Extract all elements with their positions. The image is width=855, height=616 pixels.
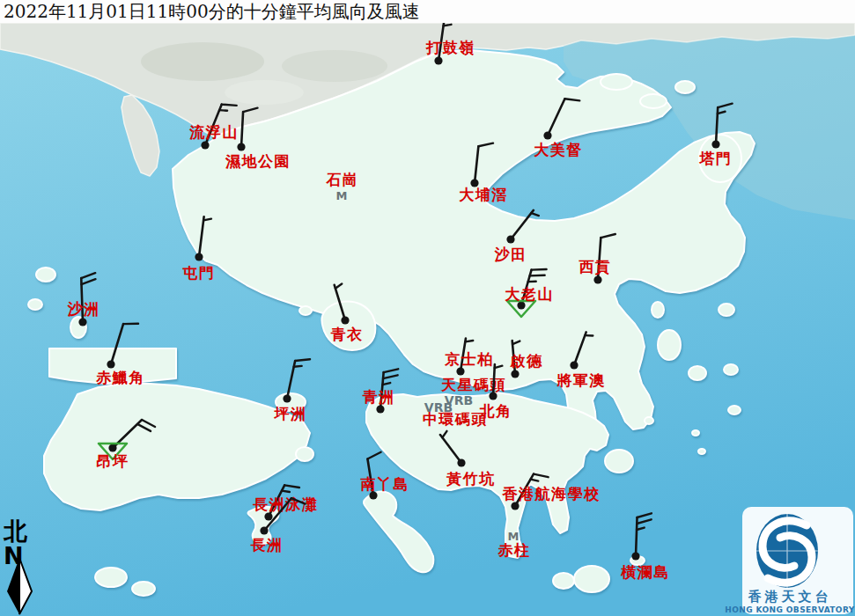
island-kau-sai-chau xyxy=(658,330,681,360)
hko-name-english: HONG KONG OBSERVATORY xyxy=(725,605,854,614)
station-dot[interactable] xyxy=(237,143,245,150)
island xyxy=(28,299,42,310)
station-dot[interactable] xyxy=(78,318,86,326)
shenzhen-urban-texture xyxy=(141,42,264,81)
station-label[interactable]: 大美督 xyxy=(534,141,583,158)
wind-barb-half-tick xyxy=(203,219,211,221)
station-dot[interactable] xyxy=(195,253,203,260)
island-soko xyxy=(95,568,127,587)
station-dot[interactable] xyxy=(283,394,291,402)
station-label[interactable]: 橫瀾島 xyxy=(620,563,670,581)
island xyxy=(698,449,705,454)
station-dot[interactable] xyxy=(341,316,349,324)
station-dot[interactable] xyxy=(456,367,464,375)
island xyxy=(640,94,667,108)
station-label[interactable]: 沙田 xyxy=(494,246,527,263)
station-label[interactable]: 大老山 xyxy=(505,285,554,303)
station-label[interactable]: 西貢 xyxy=(579,258,612,275)
island-tung-lung xyxy=(605,450,633,473)
station-label[interactable]: 青洲 xyxy=(363,388,395,406)
island-ma-wan xyxy=(299,306,312,315)
station-label[interactable]: 南丫島 xyxy=(360,475,409,493)
station-dot[interactable] xyxy=(107,360,114,368)
station-dot[interactable] xyxy=(506,235,514,243)
station-label[interactable]: 打鼓嶺 xyxy=(425,39,475,56)
station-label[interactable]: 赤鱲角 xyxy=(95,369,145,386)
island xyxy=(689,366,706,380)
shenzhen-urban-texture xyxy=(282,50,387,82)
wind-barb-half-tick xyxy=(219,110,227,111)
station-label[interactable]: 沙洲 xyxy=(67,300,100,318)
wind-barb-half-tick xyxy=(465,341,473,341)
missing-data-indicator: M xyxy=(336,189,348,202)
map-title: 2022年11月01日11時00分的十分鐘平均風向及風速 xyxy=(4,1,420,22)
station-dot[interactable] xyxy=(457,458,465,466)
wind-barb-half-tick xyxy=(444,25,452,26)
island xyxy=(719,304,734,316)
station-dot[interactable] xyxy=(570,361,578,369)
station-dot[interactable] xyxy=(264,512,272,520)
station-label[interactable]: 黃竹坑 xyxy=(446,470,496,488)
station-label[interactable]: 塔門 xyxy=(699,150,733,167)
hko-name-chinese: 香港天文台 xyxy=(748,589,832,605)
station-label[interactable]: 石崗 xyxy=(326,171,359,188)
island xyxy=(675,81,695,93)
wind-barb-full-tick xyxy=(530,275,545,276)
wind-barb-half-tick xyxy=(294,366,302,367)
wind-map-page: 打鼓嶺流浮山濕地公園M石崗大美督塔門大埔滘沙田西貢沙洲屯門大老山青衣赤鱲角京士柏… xyxy=(0,0,855,616)
wind-barb-full-tick xyxy=(532,269,547,270)
station-dot[interactable] xyxy=(376,405,384,413)
station-dot[interactable] xyxy=(543,131,551,139)
island xyxy=(724,364,738,375)
island xyxy=(645,417,653,424)
wind-barb-half-tick xyxy=(282,491,290,492)
island xyxy=(296,447,313,461)
station-label[interactable]: 天星碼頭 xyxy=(440,376,506,393)
hk-wind-map: 打鼓嶺流浮山濕地公園M石崗大美督塔門大埔滘沙田西貢沙洲屯門大老山青衣赤鱲角京士柏… xyxy=(0,0,855,616)
island xyxy=(728,406,741,414)
island xyxy=(601,74,632,90)
station-label[interactable]: 中環碼頭 xyxy=(423,410,488,428)
station-label[interactable]: 昂坪 xyxy=(97,452,129,470)
station-dot[interactable] xyxy=(108,444,116,451)
island xyxy=(692,430,699,436)
station-label[interactable]: 將軍澳 xyxy=(556,371,606,389)
station-label[interactable]: 青衣 xyxy=(331,326,364,343)
station-dot[interactable] xyxy=(201,141,209,149)
station-dot[interactable] xyxy=(434,56,442,64)
station-label[interactable]: 濕地公園 xyxy=(225,152,291,170)
shenzhen-urban-texture xyxy=(225,80,304,105)
wind-barb-full-tick xyxy=(222,105,237,106)
station-dot[interactable] xyxy=(511,502,519,510)
station-label[interactable]: 大埔滘 xyxy=(459,186,508,203)
station-label[interactable]: 坪洲 xyxy=(274,405,307,422)
island xyxy=(652,302,664,318)
station-dot[interactable] xyxy=(631,552,639,560)
station-label[interactable]: 屯門 xyxy=(182,264,216,282)
island-lung-kwu-chau xyxy=(36,268,55,282)
station-label[interactable]: 長洲 xyxy=(251,536,284,554)
station-dot[interactable] xyxy=(489,392,497,400)
title-bar: 2022年11月01日11時00分的十分鐘平均風向及風速 xyxy=(0,0,855,23)
north-label-chinese: 北 xyxy=(3,517,27,545)
island-soko xyxy=(132,582,155,596)
island xyxy=(553,573,574,589)
station-dot[interactable] xyxy=(593,275,601,283)
station-label[interactable]: 京士柏 xyxy=(444,350,494,368)
hko-logo: 香港天文台 HONG KONG OBSERVATORY xyxy=(725,507,854,614)
station-dot[interactable] xyxy=(511,370,519,378)
station-label[interactable]: 赤柱 xyxy=(498,541,531,559)
station-dot[interactable] xyxy=(260,526,268,534)
island-po-toi xyxy=(574,566,609,592)
station-dot[interactable] xyxy=(711,140,719,148)
station-label[interactable]: 香港航海學校 xyxy=(502,485,601,502)
station-label[interactable]: 流浮山 xyxy=(188,123,239,141)
station-label[interactable]: 啟德 xyxy=(510,352,543,370)
